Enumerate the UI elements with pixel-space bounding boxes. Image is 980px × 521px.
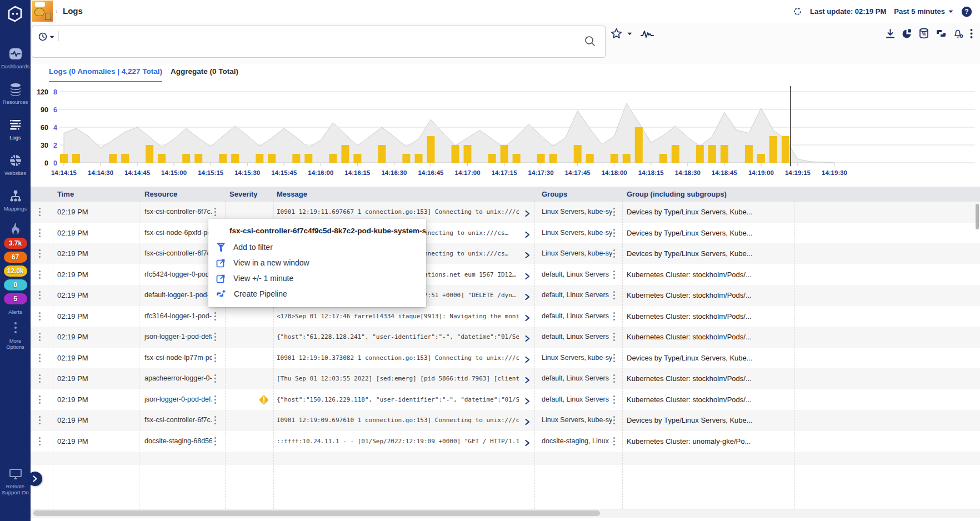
expand-message-icon[interactable] bbox=[524, 272, 530, 282]
expand-message-icon[interactable] bbox=[524, 334, 530, 344]
groups-menu-icon[interactable] bbox=[613, 437, 616, 448]
resource-menu-icon[interactable] bbox=[214, 374, 217, 385]
alert-count-badge[interactable]: 0 bbox=[4, 279, 27, 290]
more-actions-button[interactable] bbox=[970, 28, 973, 39]
table-row[interactable]: 02:19 PMrfc5424-logger-0-pod-... ication… bbox=[31, 264, 980, 285]
resource-menu-icon[interactable] bbox=[214, 437, 217, 448]
groups-menu-icon[interactable] bbox=[613, 353, 616, 365]
search-icon[interactable] bbox=[584, 35, 596, 49]
user-avatar[interactable] bbox=[32, 1, 53, 22]
reports-button[interactable] bbox=[902, 28, 912, 39]
row-menu-icon[interactable] bbox=[38, 312, 41, 323]
col-header-time[interactable]: Time bbox=[57, 190, 74, 198]
col-header-group-subgroups[interactable]: Group (including subgroups) bbox=[627, 190, 727, 198]
usage-button[interactable]: % bbox=[918, 28, 929, 39]
log-volume-chart[interactable]: 12089066043020014:14:1514:14:3014:14:451… bbox=[31, 82, 980, 184]
row-menu-icon[interactable] bbox=[38, 353, 41, 365]
alert-conditions-button[interactable] bbox=[953, 28, 964, 39]
menu-item-add-to-filter[interactable]: Add to filter bbox=[208, 239, 426, 255]
table-row[interactable]: 02:19 PMrfc3164-logger-1-pod-d...<178>Se… bbox=[31, 306, 980, 327]
tab-logs[interactable]: Logs (0 Anomalies | 4,227 Total) bbox=[49, 64, 162, 83]
col-header-severity[interactable]: Severity bbox=[229, 190, 258, 198]
table-row[interactable]: 02:19 PMfsx-csi-controller-6f7c... Conne… bbox=[31, 243, 980, 264]
table-row[interactable]: 02:19 PMfsx-csi-node-6pxfd-po... Connect… bbox=[31, 223, 980, 244]
search-history-icon[interactable] bbox=[38, 32, 47, 41]
groups-menu-icon[interactable] bbox=[613, 395, 616, 407]
sidebar-alerts[interactable] bbox=[0, 222, 31, 237]
sidebar-item-resources[interactable]: Resources bbox=[0, 82, 31, 105]
sidebar-expander-button[interactable] bbox=[28, 472, 42, 486]
col-header-groups[interactable]: Groups bbox=[542, 190, 567, 198]
horizontal-scrollbar-thumb[interactable] bbox=[33, 510, 600, 516]
resource-menu-icon[interactable] bbox=[214, 312, 217, 323]
alert-count-badge[interactable]: 3.7k bbox=[4, 238, 27, 249]
expand-message-icon[interactable] bbox=[524, 230, 530, 240]
help-button[interactable]: ? bbox=[961, 6, 972, 17]
download-button[interactable] bbox=[885, 28, 896, 39]
alert-count-badge[interactable]: 5 bbox=[4, 293, 27, 304]
anomalies-toggle-button[interactable] bbox=[641, 29, 654, 39]
table-row[interactable]: 02:19 PMjson-logger-0-pod-def...{"host":… bbox=[31, 389, 980, 410]
groups-menu-icon[interactable] bbox=[613, 332, 616, 344]
groups-menu-icon[interactable] bbox=[613, 249, 616, 260]
favorite-views-button[interactable] bbox=[611, 28, 622, 39]
groups-menu-icon[interactable] bbox=[613, 374, 616, 385]
sidebar-item-websites[interactable]: Websites bbox=[0, 153, 31, 176]
row-menu-icon[interactable] bbox=[38, 290, 41, 302]
table-row[interactable]: 02:19 PMfsx-csi-node-lp77m-po...I0901 12… bbox=[31, 348, 980, 369]
row-menu-icon[interactable] bbox=[38, 207, 41, 219]
alert-count-badge[interactable]: 12.0k bbox=[4, 265, 27, 277]
pipelines-button[interactable] bbox=[936, 28, 947, 38]
horizontal-scrollbar[interactable] bbox=[31, 509, 980, 518]
row-menu-icon[interactable] bbox=[38, 374, 41, 385]
resource-menu-icon[interactable] bbox=[214, 353, 217, 365]
refresh-icon[interactable] bbox=[793, 7, 802, 16]
resource-menu-icon[interactable] bbox=[214, 415, 217, 427]
groups-menu-icon[interactable] bbox=[613, 207, 616, 219]
resource-menu-icon[interactable] bbox=[214, 207, 217, 219]
groups-menu-icon[interactable] bbox=[613, 415, 616, 427]
expand-message-icon[interactable] bbox=[524, 397, 530, 407]
logicmonitor-logo[interactable] bbox=[6, 4, 24, 23]
col-header-resource[interactable]: Resource bbox=[144, 190, 177, 198]
table-row[interactable]: 02:19 PMdefault-logger-1-pod-d... :17:51… bbox=[31, 285, 980, 306]
menu-item-view-new-window[interactable]: View in a new window bbox=[208, 255, 426, 270]
menu-item-view-plus-minus-minute[interactable]: View +/- 1 minute bbox=[208, 270, 426, 286]
time-range-dropdown[interactable]: Past 5 minutes bbox=[894, 7, 953, 16]
expand-message-icon[interactable] bbox=[524, 438, 530, 448]
groups-menu-icon[interactable] bbox=[613, 290, 616, 302]
expand-message-icon[interactable] bbox=[524, 251, 530, 260]
resource-menu-icon[interactable] bbox=[214, 332, 217, 344]
row-menu-icon[interactable] bbox=[38, 395, 41, 407]
table-row[interactable]: 02:19 PMfsx-csi-controller-6f7c...I0901 … bbox=[31, 410, 980, 431]
row-menu-icon[interactable] bbox=[38, 437, 41, 448]
row-menu-icon[interactable] bbox=[38, 415, 41, 427]
expand-message-icon[interactable] bbox=[524, 375, 530, 385]
groups-menu-icon[interactable] bbox=[613, 270, 616, 282]
row-menu-icon[interactable] bbox=[38, 270, 41, 282]
sidebar-item-logs[interactable]: Logs bbox=[0, 118, 31, 141]
expand-message-icon[interactable] bbox=[524, 355, 530, 365]
sidebar-item-more-options[interactable]: More Options bbox=[0, 321, 31, 350]
groups-menu-icon[interactable] bbox=[613, 228, 616, 240]
groups-menu-icon[interactable] bbox=[613, 312, 616, 323]
sidebar-remote-support[interactable]: Remote Support On bbox=[0, 468, 31, 495]
menu-item-create-pipeline[interactable]: Create Pipeline bbox=[208, 286, 426, 302]
search-input[interactable] bbox=[32, 26, 606, 58]
tab-aggregate[interactable]: Aggregate (0 Total) bbox=[171, 64, 238, 81]
table-row[interactable]: 02:19 PMdocsite-staging-68d56...::ffff:1… bbox=[31, 431, 980, 452]
col-header-message[interactable]: Message bbox=[277, 190, 307, 198]
row-menu-icon[interactable] bbox=[38, 249, 41, 260]
alert-count-badge[interactable]: 67 bbox=[4, 252, 27, 263]
row-menu-icon[interactable] bbox=[38, 332, 41, 344]
table-row[interactable]: 02:19 PMapacheerror-logger-0-...[Thu Sep… bbox=[31, 368, 980, 389]
expand-message-icon[interactable] bbox=[524, 417, 530, 427]
expand-message-icon[interactable] bbox=[524, 209, 530, 219]
sidebar-item-mappings[interactable]: Mappings bbox=[0, 189, 31, 212]
table-row[interactable]: 02:19 PMfsx-csi-controller-6f7c...I0901 … bbox=[31, 202, 980, 223]
row-menu-icon[interactable] bbox=[38, 228, 41, 240]
table-row[interactable]: 02:19 PMjson-logger-1-pod-defa...{"host"… bbox=[31, 327, 980, 348]
expand-message-icon[interactable] bbox=[524, 313, 530, 323]
expand-message-icon[interactable] bbox=[524, 292, 530, 302]
sidebar-item-dashboards[interactable]: Dashboards bbox=[0, 47, 31, 69]
